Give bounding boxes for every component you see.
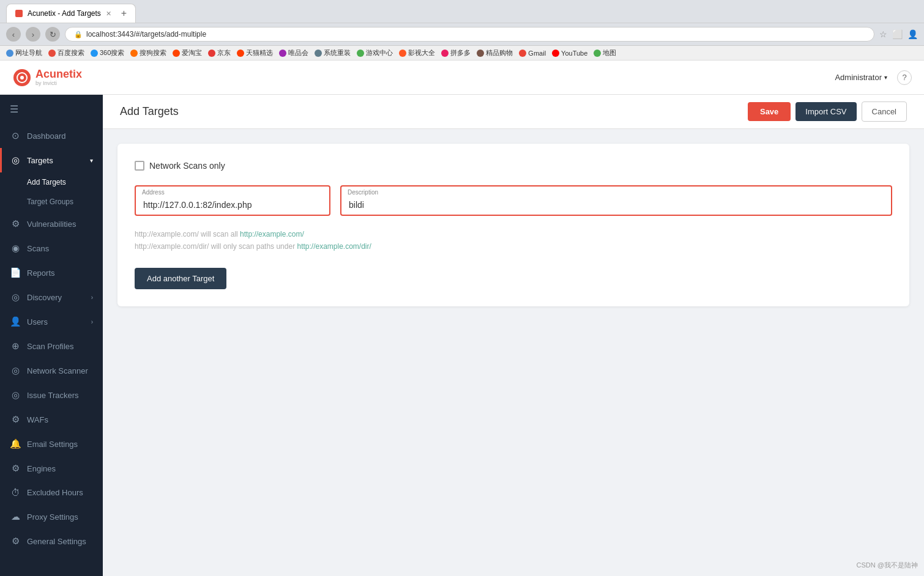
sidebar-label-vulnerabilities: Vulnerabilities [27, 220, 93, 229]
bookmark-shop[interactable]: 精品购物 [477, 48, 513, 57]
content-area: Add Targets Save Import CSV Cancel Netwo… [103, 95, 924, 576]
admin-dropdown[interactable]: Administrator ▾ [835, 73, 887, 82]
sidebar-item-wafs[interactable]: ⚙ WAFs [0, 407, 103, 432]
add-another-target-button[interactable]: Add another Target [135, 268, 226, 289]
new-tab-icon[interactable]: + [121, 8, 127, 19]
sidebar-label-issue-trackers: Issue Trackers [27, 391, 93, 400]
discovery-icon: ◎ [10, 292, 21, 303]
sidebar-item-vulnerabilities[interactable]: ⚙ Vulnerabilities [0, 212, 103, 236]
back-button[interactable]: ‹ [6, 27, 21, 42]
network-scanner-icon: ◎ [10, 365, 21, 376]
sidebar-label-engines: Engines [27, 464, 93, 473]
address-input[interactable] [135, 185, 330, 216]
sidebar-item-scans[interactable]: ◉ Scans [0, 236, 103, 260]
bookmark-360[interactable]: 360搜索 [91, 48, 124, 57]
sidebar-item-add-targets[interactable]: Add Targets [0, 172, 103, 192]
sidebar-label-network-scanner: Network Scanner [27, 366, 93, 375]
network-scans-label[interactable]: Network Scans only [149, 161, 225, 171]
sidebar-item-general-settings[interactable]: ⚙ General Settings [0, 529, 103, 553]
bookmark-pdd[interactable]: 拼多多 [441, 48, 471, 57]
bookmark-sougou[interactable]: 搜狗搜索 [130, 48, 166, 57]
page-body: Network Scans only Address Description [103, 129, 924, 321]
dashboard-icon: ⊙ [10, 130, 21, 141]
engines-icon: ⚙ [10, 463, 21, 474]
logo-text: Acunetix [35, 68, 82, 81]
page-title: Add Targets [120, 105, 179, 118]
watermark: CSDN @我不是陆神 [857, 561, 918, 570]
header-right: Administrator ▾ ? [835, 70, 912, 85]
sidebar-item-email-settings[interactable]: 🔔 Email Settings [0, 432, 103, 456]
profile-icon[interactable]: 👤 [907, 29, 918, 39]
description-input[interactable] [340, 185, 892, 216]
sidebar-item-engines[interactable]: ⚙ Engines [0, 456, 103, 481]
bookmark-wangzhi[interactable]: 网址导航 [6, 48, 42, 57]
sidebar-item-proxy-settings[interactable]: ☁ Proxy Settings [0, 504, 103, 529]
bookmark-maps[interactable]: 地图 [594, 48, 616, 57]
bookmark-game[interactable]: 游戏中心 [357, 48, 393, 57]
browser-bar: ‹ › ↻ 🔒 localhost:3443/#/targets/add-mul… [0, 23, 924, 46]
bookmark-system[interactable]: 系统重装 [315, 48, 351, 57]
sidebar-item-scan-profiles[interactable]: ⊕ Scan Profiles [0, 334, 103, 358]
bookmark-vip[interactable]: 唯品会 [279, 48, 308, 57]
tab-title: Acunetix - Add Targets [28, 9, 101, 18]
bookmark-youtube[interactable]: YouTube [552, 48, 587, 57]
bookmark-jd[interactable]: 京东 [208, 48, 231, 57]
sidebar-item-dashboard[interactable]: ⊙ Dashboard [0, 124, 103, 148]
network-scans-row: Network Scans only [135, 161, 892, 171]
proxy-settings-icon: ☁ [10, 511, 21, 522]
targets-chevron-icon: ▾ [90, 157, 93, 164]
sidebar-item-discovery[interactable]: ◎ Discovery › [0, 285, 103, 309]
sidebar-label-dashboard: Dashboard [27, 131, 93, 141]
extensions-icon[interactable]: ⬜ [892, 29, 903, 39]
sidebar-item-reports[interactable]: 📄 Reports [0, 260, 103, 285]
main-layout: ☰ ⊙ Dashboard ◎ Targets ▾ Add Targets Ta… [0, 95, 924, 576]
url-bar[interactable]: 🔒 localhost:3443/#/targets/add-multiple [65, 27, 874, 42]
network-scans-checkbox[interactable] [135, 161, 144, 171]
sidebar-item-target-groups[interactable]: Target Groups [0, 192, 103, 212]
sidebar-label-scan-profiles: Scan Profiles [27, 342, 93, 351]
bookmark-aitao[interactable]: 爱淘宝 [173, 48, 202, 57]
tab-bar: Acunetix - Add Targets ✕ + [0, 0, 924, 23]
header-actions: Save Import CSV Cancel [748, 102, 907, 122]
sidebar-label-general-settings: General Settings [27, 537, 93, 546]
sidebar-label-discovery: Discovery [27, 293, 85, 302]
tab-close-icon[interactable]: ✕ [106, 10, 111, 18]
sidebar-label-excluded-hours: Excluded Hours [27, 488, 93, 497]
sidebar-item-excluded-hours[interactable]: ⏱ Excluded Hours [0, 481, 103, 504]
sidebar-label-scans: Scans [27, 244, 93, 253]
bookmark-icon[interactable]: ☆ [879, 29, 887, 39]
forward-button[interactable]: › [26, 27, 40, 42]
excluded-hours-icon: ⏱ [10, 487, 21, 498]
hint-line-1: http://example.com/ will scan all http:/… [135, 228, 892, 240]
sidebar-item-issue-trackers[interactable]: ◎ Issue Trackers [0, 383, 103, 407]
hint-line2-prefix: http://example.com/dir/ will only scan p… [135, 242, 297, 251]
logo-area: Acunetix by Invicti [12, 68, 82, 87]
app-container: Acunetix by Invicti Administrator ▾ ? ☰ … [0, 61, 924, 576]
save-button[interactable]: Save [748, 102, 791, 121]
bookmark-gmail[interactable]: Gmail [519, 48, 546, 57]
vulnerabilities-icon: ⚙ [10, 218, 21, 229]
bookmark-video[interactable]: 影视大全 [399, 48, 435, 57]
email-settings-icon: 🔔 [10, 438, 21, 449]
app-header: Acunetix by Invicti Administrator ▾ ? [0, 61, 924, 95]
url-text: localhost:3443/#/targets/add-multiple [86, 30, 206, 39]
svg-point-2 [20, 76, 24, 79]
wafs-icon: ⚙ [10, 414, 21, 425]
fields-row: Address Description [135, 185, 892, 216]
cancel-button[interactable]: Cancel [862, 102, 907, 122]
sidebar-item-targets[interactable]: ◎ Targets ▾ [0, 148, 103, 172]
targets-icon: ◎ [10, 155, 21, 166]
bookmark-tianmao[interactable]: 天猫精选 [237, 48, 273, 57]
sidebar-item-users[interactable]: 👤 Users › [0, 309, 103, 334]
sidebar-item-network-scanner[interactable]: ◎ Network Scanner [0, 358, 103, 383]
scan-profiles-icon: ⊕ [10, 341, 21, 352]
chevron-down-icon: ▾ [884, 74, 887, 81]
import-csv-button[interactable]: Import CSV [795, 102, 856, 121]
reload-button[interactable]: ↻ [45, 27, 60, 42]
browser-tab[interactable]: Acunetix - Add Targets ✕ + [6, 4, 136, 23]
sidebar-toggle-button[interactable]: ☰ [0, 95, 103, 124]
description-field-group: Description [340, 185, 892, 216]
bookmark-baidu[interactable]: 百度搜索 [48, 48, 84, 57]
help-button[interactable]: ? [897, 70, 912, 85]
reports-icon: 📄 [10, 267, 21, 278]
